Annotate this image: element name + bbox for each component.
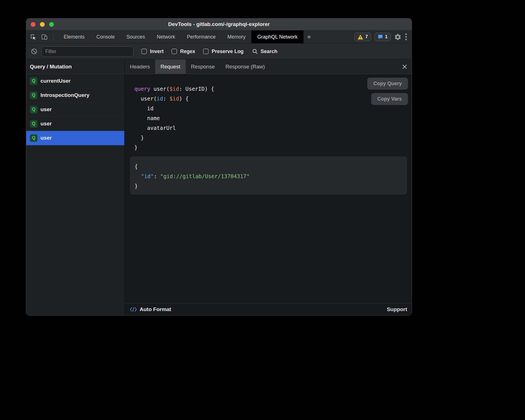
warning-triangle-icon	[357, 34, 363, 40]
block-clear-icon[interactable]	[31, 48, 37, 55]
inspect-element-icon[interactable]	[30, 33, 37, 40]
minimize-window-button[interactable]	[40, 22, 45, 27]
code-line: name	[134, 113, 412, 123]
query-type-badge: Q	[30, 120, 37, 128]
detail-tab-headers[interactable]: Headers	[125, 59, 155, 74]
filter-bar: InvertRegexPreserve Log Search	[26, 44, 412, 59]
device-toolbar-icon[interactable]	[41, 33, 48, 40]
query-list-item[interactable]: Quser	[26, 131, 124, 145]
checkbox-regex[interactable]: Regex	[171, 49, 195, 54]
chat-bubble-icon	[378, 34, 383, 40]
copy-query-button[interactable]: Copy Query	[367, 78, 408, 90]
tab-sources[interactable]: Sources	[121, 30, 151, 43]
messages-count: 1	[385, 34, 388, 40]
query-list-item[interactable]: Quser	[26, 102, 124, 117]
query-name-label: user	[40, 135, 52, 141]
search-icon	[252, 48, 258, 54]
more-tabs-chevron-icon[interactable]: »	[304, 33, 315, 40]
main-area: Query / Mutation QcurrentUserQIntrospect…	[26, 59, 412, 315]
filter-checkboxes: InvertRegexPreserve Log	[133, 49, 244, 54]
code-line: id	[134, 104, 412, 113]
detail-tabs-list: HeadersRequestResponseResponse (Raw)	[125, 59, 270, 74]
variables-json-code: { "id": "gid://gitlab/User/13704317"}	[135, 162, 403, 191]
kebab-menu-icon[interactable]	[405, 33, 407, 40]
query-name-label: user	[40, 106, 52, 113]
titlebar: DevTools - gitlab.com/-/graphql-explorer	[26, 18, 412, 30]
query-sidebar: Query / Mutation QcurrentUserQIntrospect…	[26, 59, 125, 315]
close-panel-icon[interactable]	[402, 59, 407, 74]
window-title: DevTools - gitlab.com/-/graphql-explorer	[26, 21, 412, 27]
auto-format-label: Auto Format	[140, 306, 171, 312]
detail-tabs: HeadersRequestResponseResponse (Raw)	[125, 59, 412, 74]
checkbox-label: Preserve Log	[212, 49, 244, 54]
toolbar-left-icons	[26, 33, 58, 40]
traffic-lights	[31, 18, 54, 30]
close-window-button[interactable]	[31, 22, 35, 27]
main-tabs: ElementsConsoleSourcesNetworkPerformance…	[58, 30, 304, 43]
query-type-badge: Q	[30, 134, 37, 142]
checkbox-box[interactable]	[141, 49, 147, 54]
query-list-item[interactable]: Quser	[26, 117, 124, 131]
search-label: Search	[261, 49, 277, 54]
request-content: Copy Query Copy Vars query user($id: Use…	[125, 74, 412, 303]
messages-badge[interactable]: 1	[374, 33, 391, 41]
filter-input[interactable]	[41, 46, 133, 57]
detail-tab-response-raw[interactable]: Response (Raw)	[220, 59, 270, 74]
copy-buttons: Copy Query Copy Vars	[367, 78, 408, 105]
detail-footer: Auto Format Support	[125, 303, 412, 315]
query-list-item[interactable]: QIntrospectionQuery	[26, 88, 124, 102]
code-line: {	[135, 162, 403, 171]
support-link[interactable]: Support	[387, 306, 407, 312]
code-line: "id": "gid://gitlab/User/13704317"	[135, 171, 403, 181]
toolbar-separator	[53, 33, 53, 40]
code-line: }	[134, 143, 412, 152]
checkbox-label: Invert	[150, 49, 164, 54]
query-name-label: IntrospectionQuery	[40, 92, 89, 98]
main-toolbar: ElementsConsoleSourcesNetworkPerformance…	[26, 30, 412, 44]
checkbox-box[interactable]	[203, 49, 209, 54]
checkbox-box[interactable]	[171, 49, 177, 54]
detail-panel: HeadersRequestResponseResponse (Raw) Cop…	[125, 59, 412, 315]
detail-tab-request[interactable]: Request	[155, 59, 186, 74]
settings-gear-icon[interactable]	[394, 33, 402, 41]
code-line: }	[135, 181, 403, 191]
tab-memory[interactable]: Memory	[221, 30, 251, 43]
checkbox-label: Regex	[180, 49, 195, 54]
warnings-badge[interactable]: 7	[354, 33, 371, 41]
tab-console[interactable]: Console	[90, 30, 121, 43]
copy-vars-button[interactable]: Copy Vars	[371, 93, 408, 105]
detail-tab-response[interactable]: Response	[186, 59, 220, 74]
code-brackets-icon	[130, 307, 137, 312]
search-toggle[interactable]: Search	[252, 48, 277, 54]
sidebar-header: Query / Mutation	[26, 59, 124, 74]
checkbox-preserve-log[interactable]: Preserve Log	[203, 49, 244, 54]
toolbar-right: 7 1	[354, 33, 412, 41]
auto-format-button[interactable]: Auto Format	[130, 306, 171, 312]
query-type-badge: Q	[30, 106, 37, 113]
tab-performance[interactable]: Performance	[181, 30, 221, 43]
tab-elements[interactable]: Elements	[58, 30, 90, 43]
tab-network[interactable]: Network	[151, 30, 181, 43]
code-line: }	[134, 133, 412, 143]
devtools-window: DevTools - gitlab.com/-/graphql-explorer…	[26, 18, 412, 316]
checkbox-invert[interactable]: Invert	[141, 49, 164, 54]
query-name-label: user	[40, 121, 52, 127]
warnings-count: 7	[365, 34, 368, 40]
query-type-badge: Q	[30, 92, 37, 99]
code-line: avatarUrl	[134, 123, 412, 133]
variables-box: { "id": "gid://gitlab/User/13704317"}	[130, 156, 407, 195]
query-type-badge: Q	[30, 77, 37, 85]
query-list-item[interactable]: QcurrentUser	[26, 74, 124, 88]
query-list: QcurrentUserQIntrospectionQueryQuserQuse…	[26, 74, 124, 145]
tab-graphql-network[interactable]: GraphQL Network	[251, 30, 303, 43]
query-name-label: currentUser	[40, 78, 71, 84]
maximize-window-button[interactable]	[49, 22, 54, 27]
